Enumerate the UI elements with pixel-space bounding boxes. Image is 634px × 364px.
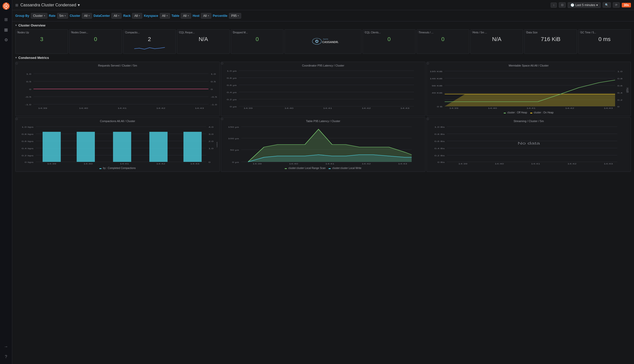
cluster-value: All — [84, 14, 87, 18]
grafana-logo[interactable] — [2, 2, 10, 10]
chart-coordinator-latency: ⓘ Coordinator P95 Latency / Cluster 1.0 … — [221, 62, 425, 116]
info-icon-compaction[interactable]: ⓘ — [124, 31, 127, 34]
table-select[interactable]: All ▾ — [181, 13, 191, 19]
chart-table-latency: ⓘ Table P95 Latency / Cluster 150 µs 100… — [221, 117, 425, 172]
svg-text:0.6: 0.6 — [617, 85, 622, 87]
info-icon-memtable-space[interactable]: ⓘ — [427, 62, 429, 65]
info-icon-dropped-messages[interactable]: ⓘ — [232, 31, 234, 34]
svg-text:-0.5: -0.5 — [25, 96, 31, 98]
share-button[interactable]: ↑ — [551, 3, 557, 8]
rack-select[interactable]: All ▾ — [132, 13, 142, 19]
info-icon-gc-time[interactable]: ⓘ — [579, 31, 582, 34]
hints-title: Hints / 5m ... — [473, 31, 521, 34]
svg-text:0.8 bps: 0.8 bps — [22, 133, 34, 135]
cql-clients-value: 0 — [365, 35, 413, 44]
percentile-label: Percentile — [213, 14, 227, 18]
tv-mode-button[interactable]: ⊡ — [559, 2, 566, 8]
rate-select[interactable]: 5m ▾ — [57, 13, 68, 19]
svg-text:0: 0 — [209, 161, 211, 163]
svg-point-2 — [5, 5, 7, 7]
sidebar-settings-icon[interactable]: ⚙ — [2, 35, 11, 44]
sidebar-dashboard-icon[interactable]: ▦ — [2, 25, 11, 34]
rack-value: All — [134, 14, 138, 18]
info-icon-nodes-down[interactable]: ⓘ — [70, 31, 73, 34]
table-value: All — [183, 14, 186, 18]
data-size-value: 716 KiB — [526, 35, 575, 44]
info-icon-table-latency[interactable]: ⓘ — [221, 118, 223, 121]
svg-text:14:41: 14:41 — [325, 163, 334, 165]
svg-text:14:39: 14:39 — [458, 163, 468, 165]
svg-text:3.0: 3.0 — [209, 133, 214, 135]
group-by-select[interactable]: Cluster ▾ — [31, 13, 47, 19]
svg-text:0.6 bps: 0.6 bps — [22, 140, 34, 142]
refresh-interval-badge[interactable]: 30s — [622, 3, 631, 7]
svg-text:14:42: 14:42 — [362, 107, 371, 109]
legend-dot-local-write — [329, 168, 331, 169]
svg-text:14:40: 14:40 — [495, 163, 504, 165]
time-range-arrow: ▾ — [596, 3, 598, 7]
rate-arrow: ▾ — [64, 14, 66, 17]
dropped-messages-value: 0 — [233, 35, 281, 44]
info-icon-nodes-up[interactable]: ⓘ — [17, 31, 19, 34]
keyspace-select[interactable]: All ▾ — [160, 13, 170, 19]
percentile-value: P95 — [231, 14, 237, 18]
chart-compactions: ⓘ Compactions All.All / Cluster — [15, 117, 220, 172]
condensed-metrics-collapse[interactable]: ▾ — [15, 56, 17, 59]
svg-text:14:40: 14:40 — [284, 107, 294, 109]
refresh-button[interactable]: ⟳ — [613, 2, 620, 8]
cluster-overview-collapse[interactable]: ▾ — [15, 24, 17, 27]
stat-card-cql-clients: ⓘ CQL Clients... 0 — [363, 29, 415, 54]
svg-text:0.5: 0.5 — [26, 81, 31, 83]
info-icon-timeouts[interactable]: ⓘ — [418, 31, 420, 34]
svg-text:0.4: 0.4 — [617, 92, 623, 94]
rate-label: Rate — [49, 14, 56, 18]
info-icon-streaming[interactable]: ⓘ — [427, 118, 429, 121]
info-icon-data-size[interactable]: ⓘ — [525, 31, 528, 34]
sidebar-home-icon[interactable]: ⊞ — [2, 15, 11, 24]
svg-text:0.2: 0.2 — [617, 99, 622, 101]
svg-text:0.8 µs: 0.8 µs — [227, 77, 237, 79]
info-icon-hints[interactable]: ⓘ — [472, 31, 474, 34]
nodes-down-value: 0 — [71, 35, 120, 44]
search-button[interactable]: 🔍 — [603, 2, 611, 8]
svg-text:14:40: 14:40 — [289, 163, 298, 165]
svg-text:14:43: 14:43 — [604, 163, 613, 165]
sidebar-signin-icon[interactable]: → — [2, 342, 11, 351]
keyspace-arrow: ▾ — [166, 14, 168, 17]
stat-card-data-size: ⓘ Data Size 716 KiB — [524, 29, 577, 54]
svg-text:14:41: 14:41 — [531, 163, 540, 165]
svg-text:-0.5: -0.5 — [211, 96, 217, 98]
coordinator-latency-title: Coordinator P95 Latency / Cluster — [223, 64, 423, 67]
host-select[interactable]: All ▾ — [201, 13, 211, 19]
info-icon-cql-requests[interactable]: ⓘ — [178, 31, 180, 34]
svg-text:14:42: 14:42 — [567, 163, 576, 165]
info-icon-requests-served[interactable]: ⓘ — [16, 62, 18, 65]
info-icon-compactions[interactable]: ⓘ — [16, 118, 18, 121]
datacenter-value: All — [114, 14, 117, 18]
compaction-value: 2 — [125, 35, 174, 44]
charts-row-1: ⓘ Requests Served / Cluster / 5m 1.0 0.5… — [15, 62, 631, 116]
hints-value: N/A — [473, 35, 521, 44]
stat-cards-row: ⓘ Nodes Up 3 ⓘ Nodes Down... 0 ⓘ Compact… — [15, 29, 631, 54]
legend-compactions: by : Completed Compactions — [99, 167, 136, 170]
info-icon-coordinator-latency[interactable]: ⓘ — [221, 62, 223, 65]
svg-text:195 KiB: 195 KiB — [430, 70, 442, 72]
percentile-select[interactable]: P95 ▾ — [229, 13, 241, 19]
grid-icon: ⊞ — [15, 3, 18, 7]
title-dropdown-arrow[interactable]: ▾ — [78, 3, 80, 7]
time-range-label: Last 5 minutes — [575, 3, 595, 7]
svg-text:1.0: 1.0 — [617, 70, 622, 72]
svg-rect-82 — [77, 132, 95, 162]
svg-text:0.4 bps: 0.4 bps — [22, 147, 34, 149]
info-icon-cql-clients[interactable]: ⓘ — [364, 31, 366, 34]
time-range-button[interactable]: 🕐 Last 5 minutes ▾ — [568, 2, 601, 8]
svg-text:14:39: 14:39 — [244, 107, 253, 109]
svg-text:0.4 µs: 0.4 µs — [227, 91, 237, 93]
cluster-select[interactable]: All ▾ — [82, 13, 92, 19]
host-label: Host — [193, 14, 200, 18]
datacenter-select[interactable]: All ▾ — [111, 13, 122, 19]
sidebar-help-icon[interactable]: ? — [2, 352, 11, 361]
requests-served-title: Requests Served / Cluster / 5m — [18, 64, 217, 67]
svg-rect-85 — [184, 132, 202, 162]
svg-text:0 µs: 0 µs — [230, 106, 237, 108]
